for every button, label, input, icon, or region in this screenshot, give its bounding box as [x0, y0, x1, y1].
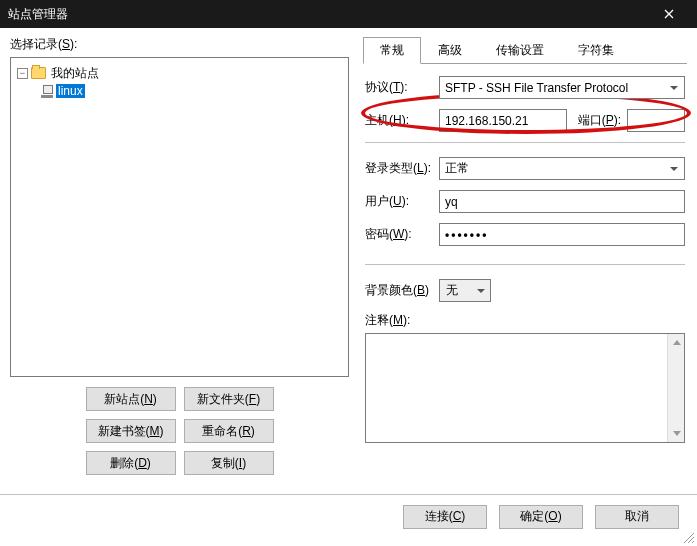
host-label: 主机(H):: [365, 112, 433, 129]
logon-type-value: 正常: [445, 160, 469, 177]
password-label: 密码(W):: [365, 226, 433, 243]
svg-line-2: [692, 541, 694, 543]
logon-type-select[interactable]: 正常: [439, 157, 685, 180]
host-input[interactable]: [439, 109, 567, 132]
left-panel: 选择记录(S): − 我的站点 linux 新站点(N) 新文件夹(F) 新建书…: [10, 36, 349, 493]
server-icon: [41, 84, 53, 98]
tree-root[interactable]: − 我的站点: [15, 64, 344, 82]
tree-root-label: 我的站点: [49, 65, 101, 82]
delete-button[interactable]: 删除(D): [86, 451, 176, 475]
form: 协议(T): SFTP - SSH File Transfer Protocol…: [363, 64, 687, 453]
comment-label: 注释(M):: [365, 312, 685, 329]
cancel-button[interactable]: 取消: [595, 505, 679, 529]
connect-button[interactable]: 连接(C): [403, 505, 487, 529]
copy-button[interactable]: 复制(I): [184, 451, 274, 475]
scroll-down-button[interactable]: [668, 425, 685, 442]
rename-button[interactable]: 重命名(R): [184, 419, 274, 443]
password-input[interactable]: •••••••: [439, 223, 685, 246]
select-entry-label: 选择记录(S):: [10, 36, 349, 53]
tab-transfer[interactable]: 传输设置: [479, 37, 561, 64]
bottom-bar: 连接(C) 确定(O) 取消: [0, 494, 697, 538]
user-input[interactable]: [439, 190, 685, 213]
tabs: 常规 高级 传输设置 字符集: [363, 36, 687, 64]
user-value[interactable]: [445, 191, 679, 212]
folder-icon: [31, 67, 46, 79]
titlebar: 站点管理器: [0, 0, 697, 28]
comment-textarea[interactable]: [365, 333, 685, 443]
new-folder-button[interactable]: 新文件夹(F): [184, 387, 274, 411]
bgcolor-select[interactable]: 无: [439, 279, 491, 302]
bgcolor-value: 无: [446, 282, 458, 299]
site-tree[interactable]: − 我的站点 linux: [10, 57, 349, 377]
password-value: •••••••: [445, 228, 488, 242]
close-button[interactable]: [649, 0, 689, 28]
new-bookmark-button[interactable]: 新建书签(M): [86, 419, 176, 443]
protocol-select[interactable]: SFTP - SSH File Transfer Protocol: [439, 76, 685, 99]
host-value[interactable]: [445, 110, 561, 131]
port-value[interactable]: [633, 110, 679, 131]
collapse-icon[interactable]: −: [17, 68, 28, 79]
tree-item-label: linux: [56, 84, 85, 98]
logon-type-label: 登录类型(L):: [365, 160, 433, 177]
site-buttons: 新站点(N) 新文件夹(F) 新建书签(M) 重命名(R) 删除(D) 复制(I…: [10, 387, 349, 475]
tab-advanced[interactable]: 高级: [421, 37, 479, 64]
scrollbar[interactable]: [667, 334, 684, 442]
new-site-button[interactable]: 新站点(N): [86, 387, 176, 411]
ok-button[interactable]: 确定(O): [499, 505, 583, 529]
separator: [365, 142, 685, 143]
port-input[interactable]: [627, 109, 685, 132]
resize-grip-icon[interactable]: [681, 530, 695, 544]
user-label: 用户(U):: [365, 193, 433, 210]
right-panel: 常规 高级 传输设置 字符集 协议(T): SFTP - SSH File Tr…: [349, 36, 687, 493]
tree-item-linux[interactable]: linux: [15, 82, 344, 100]
scroll-up-button[interactable]: [668, 334, 685, 351]
bgcolor-label: 背景颜色(B): [365, 282, 433, 299]
tab-charset[interactable]: 字符集: [561, 37, 631, 64]
window-title: 站点管理器: [8, 6, 68, 23]
protocol-label: 协议(T):: [365, 79, 433, 96]
tab-general[interactable]: 常规: [363, 37, 421, 64]
separator2: [365, 264, 685, 265]
port-label: 端口(P):: [573, 112, 621, 129]
protocol-value: SFTP - SSH File Transfer Protocol: [445, 81, 628, 95]
